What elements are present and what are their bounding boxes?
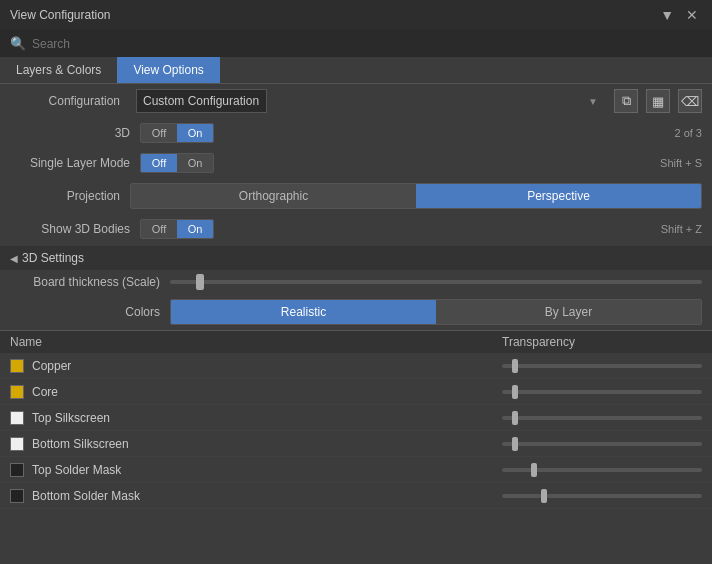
threed-settings-header: ◀ 3D Settings xyxy=(0,246,712,270)
table-header-transparency: Transparency xyxy=(502,335,702,349)
delete-config-button[interactable]: ⌫ xyxy=(678,89,702,113)
table-header-name: Name xyxy=(10,335,502,349)
core-transparency-wrap xyxy=(502,390,702,394)
search-icon: 🔍 xyxy=(10,36,26,51)
projection-perspective-button[interactable]: Perspective xyxy=(416,184,701,208)
single-layer-toggle: Off On xyxy=(140,153,214,173)
single-layer-mode-label: Single Layer Mode xyxy=(10,156,140,170)
top-silkscreen-layer-name: Top Silkscreen xyxy=(32,411,502,425)
single-layer-mode-row: Single Layer Mode Off On Shift + S xyxy=(0,148,712,178)
board-thickness-slider[interactable] xyxy=(170,280,702,284)
colors-row: Colors Realistic By Layer xyxy=(0,294,712,330)
copper-color-swatch xyxy=(10,359,24,373)
threed-toggle: Off On xyxy=(140,123,214,143)
search-bar: 🔍 xyxy=(0,30,712,57)
tabs: Layers & Colors View Options xyxy=(0,57,712,84)
minimize-button[interactable]: ▼ xyxy=(656,7,678,23)
bottom-solder-mask-color-swatch xyxy=(10,489,24,503)
bottom-silkscreen-color-swatch xyxy=(10,437,24,451)
single-layer-on-button[interactable]: On xyxy=(177,154,213,172)
show-3d-bodies-row: Show 3D Bodies Off On Shift + Z xyxy=(0,214,712,244)
search-input[interactable] xyxy=(32,37,702,51)
table-row: Top Silkscreen xyxy=(0,405,712,431)
projection-orthographic-button[interactable]: Orthographic xyxy=(131,184,416,208)
bottom-solder-mask-layer-name: Bottom Solder Mask xyxy=(32,489,502,503)
configuration-select-wrapper: Custom Configuration ▼ xyxy=(136,89,604,113)
table-body: Copper Core Top Silkscreen xyxy=(0,353,712,509)
table-row: Copper xyxy=(0,353,712,379)
copper-transparency-wrap xyxy=(502,364,702,368)
top-solder-mask-transparency-wrap xyxy=(502,468,702,472)
title-bar-controls: ▼ ✕ xyxy=(656,7,702,23)
show-3d-bodies-shortcut: Shift + Z xyxy=(661,223,702,235)
configuration-row: Configuration Custom Configuration ▼ ⧉ ▦… xyxy=(0,84,712,118)
tab-layers-colors[interactable]: Layers & Colors xyxy=(0,57,117,83)
bottom-solder-mask-transparency-slider[interactable] xyxy=(502,494,702,498)
core-color-swatch xyxy=(10,385,24,399)
top-solder-mask-transparency-slider[interactable] xyxy=(502,468,702,472)
title-bar: View Configuration ▼ ✕ xyxy=(0,0,712,30)
threed-settings-label: 3D Settings xyxy=(22,251,84,265)
select-arrow-icon: ▼ xyxy=(588,96,598,107)
threed-label: 3D xyxy=(10,126,140,140)
table-row: Top Solder Mask xyxy=(0,457,712,483)
show-3d-bodies-toggle: Off On xyxy=(140,219,214,239)
copper-layer-name: Copper xyxy=(32,359,502,373)
close-button[interactable]: ✕ xyxy=(682,7,702,23)
copper-transparency-slider[interactable] xyxy=(502,364,702,368)
window-title: View Configuration xyxy=(10,8,111,22)
top-silkscreen-color-swatch xyxy=(10,411,24,425)
threed-shortcut: 2 of 3 xyxy=(674,127,702,139)
copy-config-button[interactable]: ⧉ xyxy=(614,89,638,113)
configuration-select[interactable]: Custom Configuration xyxy=(136,89,267,113)
table-row: Core xyxy=(0,379,712,405)
board-thickness-label: Board thickness (Scale) xyxy=(10,275,170,289)
table-row: Bottom Silkscreen xyxy=(0,431,712,457)
projection-row: Projection Orthographic Perspective xyxy=(0,178,712,214)
bottom-silkscreen-transparency-wrap xyxy=(502,442,702,446)
save-config-button[interactable]: ▦ xyxy=(646,89,670,113)
top-solder-mask-layer-name: Top Solder Mask xyxy=(32,463,502,477)
top-silkscreen-transparency-slider[interactable] xyxy=(502,416,702,420)
table-header: Name Transparency xyxy=(0,330,712,353)
colors-by-layer-button[interactable]: By Layer xyxy=(436,300,701,324)
colors-toggle: Realistic By Layer xyxy=(170,299,702,325)
threed-off-button[interactable]: Off xyxy=(141,124,177,142)
single-layer-off-button[interactable]: Off xyxy=(141,154,177,172)
tab-view-options[interactable]: View Options xyxy=(117,57,219,83)
configuration-label: Configuration xyxy=(10,94,130,108)
single-layer-shortcut: Shift + S xyxy=(660,157,702,169)
bottom-silkscreen-transparency-slider[interactable] xyxy=(502,442,702,446)
colors-realistic-button[interactable]: Realistic xyxy=(171,300,436,324)
top-silkscreen-transparency-wrap xyxy=(502,416,702,420)
show-3d-bodies-on-button[interactable]: On xyxy=(177,220,213,238)
projection-label: Projection xyxy=(10,189,130,203)
bottom-solder-mask-transparency-wrap xyxy=(502,494,702,498)
board-thickness-row: Board thickness (Scale) xyxy=(0,270,712,294)
core-transparency-slider[interactable] xyxy=(502,390,702,394)
threed-row: 3D Off On 2 of 3 xyxy=(0,118,712,148)
colors-label: Colors xyxy=(10,305,170,319)
table-row: Bottom Solder Mask xyxy=(0,483,712,509)
show-3d-bodies-off-button[interactable]: Off xyxy=(141,220,177,238)
show-3d-bodies-label: Show 3D Bodies xyxy=(10,222,140,236)
content-area: Configuration Custom Configuration ▼ ⧉ ▦… xyxy=(0,84,712,564)
projection-toggle: Orthographic Perspective xyxy=(130,183,702,209)
core-layer-name: Core xyxy=(32,385,502,399)
section-collapse-icon: ◀ xyxy=(10,253,18,264)
top-solder-mask-color-swatch xyxy=(10,463,24,477)
view-configuration-window: View Configuration ▼ ✕ 🔍 Layers & Colors… xyxy=(0,0,712,564)
bottom-silkscreen-layer-name: Bottom Silkscreen xyxy=(32,437,502,451)
threed-on-button[interactable]: On xyxy=(177,124,213,142)
